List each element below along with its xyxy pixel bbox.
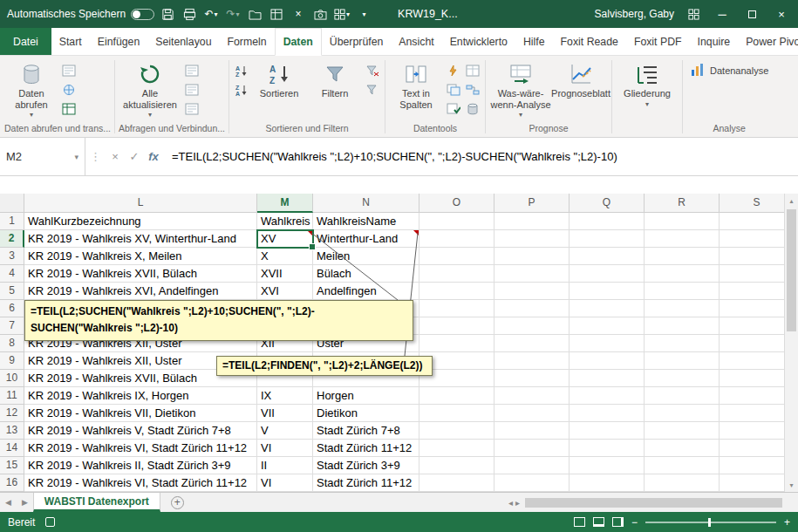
zoom-slider-thumb[interactable] [708,518,711,527]
cell-Q13[interactable] [570,422,645,440]
cell-R15[interactable] [645,457,720,474]
row-header-5[interactable]: 5 [0,283,24,300]
cell-M5[interactable]: XVI [257,283,313,300]
cell-O5[interactable] [419,283,494,300]
flash-fill-icon[interactable] [445,63,462,78]
cell-N13[interactable]: Stadt Zürich 7+8 [313,422,419,440]
cell-L14[interactable]: KR 2019 - Wahlkreis VI, Stadt Zürich 11+… [24,440,257,457]
print-icon[interactable] [181,4,198,24]
cell-M3[interactable]: X [257,248,313,265]
sort-za-icon[interactable]: ZA [233,82,250,97]
cell-P5[interactable] [494,283,570,300]
folder-icon[interactable] [246,4,263,24]
add-sheet-button[interactable]: + [171,496,184,509]
cell-R6[interactable] [645,300,720,317]
table-icon[interactable] [268,4,285,24]
undo-button[interactable]: ↶▾ [202,4,220,24]
cell-N5[interactable]: Andelfingen [313,283,419,300]
manage-data-model-icon[interactable] [464,101,481,116]
tab-inquire[interactable]: Inquire [690,28,739,55]
cell-N12[interactable]: Dietikon [313,405,419,422]
row-header-7[interactable]: 7 [0,317,24,335]
close-button[interactable]: × [772,8,791,21]
tab-überprüfen[interactable]: Überprüfen [322,28,392,55]
cell-P15[interactable] [494,457,570,474]
edit-links-icon[interactable] [183,82,201,97]
cell-O3[interactable] [419,248,494,265]
sheet-tab-wabsti-datenexport[interactable]: WABSTI Datenexport [33,493,160,512]
cell-N4[interactable]: Bülach [313,265,419,283]
cell-M12[interactable]: VII [257,405,313,422]
cell-M15[interactable]: II [257,457,313,474]
scroll-right-arrow[interactable]: ▸ [515,498,520,508]
cell-R1[interactable] [645,213,720,230]
tab-start[interactable]: Start [51,28,90,55]
cell-P8[interactable] [494,335,570,352]
reapply-filter-icon[interactable] [364,82,381,97]
row-header-6[interactable]: 6 [0,300,24,317]
cell-L3[interactable]: KR 2019 - Wahlkreis X, Meilen [24,248,257,265]
sheet-nav-left[interactable]: ◀ [0,498,17,507]
cell-Q6[interactable] [570,300,645,317]
cell-P2[interactable] [494,230,570,248]
cell-R7[interactable] [645,317,720,335]
refresh-all-button[interactable]: Alle aktualisieren ▾ [119,58,181,123]
tab-ansicht[interactable]: Ansicht [391,28,441,55]
apps-icon[interactable] [685,4,702,24]
cell-P14[interactable] [494,440,570,457]
cell-M1[interactable]: Wahlkreis [257,213,313,230]
insert-function-button[interactable]: fx [144,150,163,163]
connections-icon[interactable] [183,101,201,116]
cell-P6[interactable] [494,300,570,317]
cell-L4[interactable]: KR 2019 - Wahlkreis XVII, Bülach [24,265,257,283]
tab-einfügen[interactable]: Einfügen [90,28,148,55]
quick-access-overflow[interactable]: ▾ [355,4,372,24]
macro-record-icon[interactable] [45,517,55,527]
cancel-button[interactable]: × [106,150,125,163]
cell-Q2[interactable] [570,230,645,248]
column-header-Q[interactable]: Q [570,194,645,213]
forecast-sheet-button[interactable]: Prognoseblatt [554,58,608,101]
restore-button[interactable] [742,10,761,18]
cell-N11[interactable]: Horgen [313,387,419,405]
cell-P12[interactable] [494,405,570,422]
page-layout-view-button[interactable] [593,517,604,527]
cell-N14[interactable]: Stadt Zürich 11+12 [313,440,419,457]
row-header-8[interactable]: 8 [0,335,24,352]
cell-M14[interactable]: VI [257,440,313,457]
column-header-N[interactable]: N [313,194,419,213]
scroll-down-arrow[interactable]: ▾ [785,478,798,492]
row-header-10[interactable]: 10 [0,370,24,387]
cell-P13[interactable] [494,422,570,440]
cell-N3[interactable]: Meilen [313,248,419,265]
column-header-R[interactable]: R [645,194,720,213]
data-validation-icon[interactable] [445,101,462,116]
from-text-csv-icon[interactable] [60,63,78,78]
scroll-left-arrow[interactable]: ◂ [508,498,513,508]
cell-O6[interactable] [419,300,494,317]
tab-foxit-reade[interactable]: Foxit Reade [553,28,626,55]
camera-icon[interactable] [311,4,329,24]
cell-O11[interactable] [419,387,494,405]
cell-M13[interactable]: V [257,422,313,440]
consolidate-icon[interactable] [464,63,481,78]
cell-P3[interactable] [494,248,570,265]
outline-button[interactable]: Gliederung ▾ [616,58,679,112]
cell-L5[interactable]: KR 2019 - Wahlkreis XVI, Andelfingen [24,283,257,300]
cell-N1[interactable]: WahlkreisName [313,213,419,230]
column-header-M[interactable]: M [257,194,313,213]
row-header-12[interactable]: 12 [0,405,24,422]
tab-datei[interactable]: Datei [0,28,51,55]
cell-R10[interactable] [645,370,720,387]
cell-R5[interactable] [645,283,720,300]
cell-O12[interactable] [419,405,494,422]
cell-P4[interactable] [494,265,570,283]
tab-hilfe[interactable]: Hilfe [515,28,553,55]
tab-daten[interactable]: Daten [275,28,322,56]
vertical-scroll-thumb[interactable] [787,209,796,331]
cell-Q7[interactable] [570,317,645,335]
clear-filter-icon[interactable] [364,63,381,78]
cell-Q12[interactable] [570,405,645,422]
cell-O16[interactable] [419,474,494,492]
column-header-P[interactable]: P [494,194,570,213]
